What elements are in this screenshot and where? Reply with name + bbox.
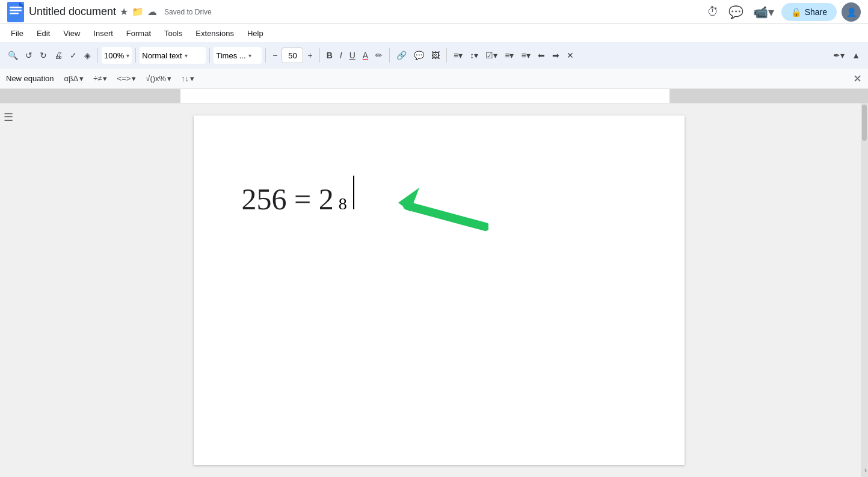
- ruler: [0, 89, 868, 103]
- text-cursor: [353, 176, 354, 209]
- text-style-select[interactable]: Normal text ▾: [140, 47, 206, 64]
- bold-button[interactable]: B: [324, 48, 336, 63]
- style-arrow-icon: ▾: [185, 52, 188, 59]
- arrows-arrow-icon: ▾: [132, 74, 136, 83]
- search-button[interactable]: 🔍: [5, 48, 21, 63]
- page-container[interactable]: 256 = 28: [17, 103, 861, 477]
- close-equation-button[interactable]: ✕: [853, 72, 862, 85]
- user-avatar[interactable]: 👤: [842, 2, 861, 22]
- star-icon[interactable]: ★: [120, 6, 128, 17]
- separator-6: [389, 48, 390, 63]
- collapse-toolbar-button[interactable]: ▲: [849, 48, 863, 63]
- menu-tools[interactable]: Tools: [158, 26, 188, 40]
- text-color-button[interactable]: A: [360, 48, 371, 63]
- clear-format-button[interactable]: ✕: [564, 48, 577, 63]
- line-spacing-button[interactable]: ↕▾: [467, 48, 481, 63]
- doc-title-area: Untitled document ★ 📁 ☁ Saved to Drive: [29, 5, 704, 18]
- ruler-left-margin: [0, 89, 180, 103]
- scrollbar[interactable]: ›: [861, 103, 868, 477]
- main-toolbar: 🔍 ↺ ↻ 🖨 ✓ ◈ 100% ▾ Normal text ▾ Times .…: [0, 42, 868, 69]
- equation-content: 256 = 28: [242, 176, 354, 217]
- svg-line-6: [407, 206, 485, 227]
- highlight-button[interactable]: ✏: [372, 48, 386, 63]
- document-outline-icon[interactable]: ☰: [4, 111, 13, 124]
- math-button[interactable]: √()x% ▾: [141, 72, 176, 85]
- indent-more-button[interactable]: ➡: [549, 48, 562, 63]
- paint-format-button[interactable]: ◈: [81, 48, 94, 63]
- menu-edit[interactable]: Edit: [31, 26, 56, 40]
- spellcheck-button[interactable]: ✓: [67, 48, 80, 63]
- document-title[interactable]: Untitled document: [29, 5, 116, 18]
- folder-icon[interactable]: 📁: [132, 6, 144, 17]
- checklist-button[interactable]: ☑▾: [482, 48, 500, 63]
- decrease-font-size-button[interactable]: −: [269, 48, 280, 63]
- eq-toolbar-label: New equation: [6, 74, 54, 83]
- share-label: Share: [805, 7, 827, 17]
- collapse-sidebar-button[interactable]: ›: [864, 466, 867, 475]
- math-label: √()x%: [146, 74, 166, 83]
- insert-link-button[interactable]: 🔗: [393, 48, 410, 63]
- menu-insert[interactable]: Insert: [87, 26, 119, 40]
- google-docs-icon: [7, 2, 24, 22]
- numbered-list-button[interactable]: ≡▾: [518, 48, 533, 63]
- separator-7: [446, 48, 447, 63]
- greek-arrow-icon: ▾: [79, 74, 84, 83]
- saved-status: Saved to Drive: [164, 8, 212, 16]
- greek-letters-button[interactable]: αβΔ ▾: [60, 72, 88, 85]
- menu-file[interactable]: File: [5, 26, 29, 40]
- font-arrow-icon: ▾: [248, 52, 251, 59]
- meet-button[interactable]: 📹▾: [751, 2, 777, 22]
- menu-help[interactable]: Help: [241, 26, 269, 40]
- svg-rect-1: [10, 7, 22, 8]
- font-size-control: − 50 +: [269, 48, 315, 63]
- cloud-icon[interactable]: ☁: [147, 6, 157, 17]
- share-button[interactable]: 🔒 Share: [781, 3, 837, 21]
- arrows-button[interactable]: <=> ▾: [112, 72, 140, 85]
- separator-3: [209, 48, 210, 63]
- menu-extensions[interactable]: Extensions: [189, 26, 240, 40]
- chat-button[interactable]: 💬: [726, 2, 746, 22]
- more-button[interactable]: ↑↓ ▾: [177, 72, 199, 85]
- title-bar: Untitled document ★ 📁 ☁ Saved to Drive ⏱…: [0, 0, 868, 24]
- text-style-label: Normal text: [142, 51, 182, 60]
- operators-button[interactable]: ÷≠ ▾: [89, 72, 111, 85]
- ops-arrow-icon: ▾: [103, 74, 107, 83]
- zoom-select[interactable]: 100% ▾: [102, 47, 132, 64]
- svg-rect-2: [10, 10, 22, 11]
- menu-bar: File Edit View Insert Format Tools Exten…: [0, 24, 868, 42]
- separator-2: [135, 48, 136, 63]
- menu-format[interactable]: Format: [120, 26, 157, 40]
- math-arrow-icon: ▾: [167, 74, 171, 83]
- more-arrow-icon: ▾: [190, 74, 194, 83]
- insert-image-button[interactable]: 🖼: [428, 48, 443, 63]
- svg-rect-3: [10, 13, 19, 14]
- print-button[interactable]: 🖨: [51, 48, 66, 63]
- menu-view[interactable]: View: [57, 26, 86, 40]
- pen-tool-button[interactable]: ✒▾: [830, 48, 848, 63]
- insert-comment-button[interactable]: 💬: [411, 48, 427, 63]
- bullet-list-button[interactable]: ≡▾: [502, 48, 517, 63]
- zoom-value: 100%: [104, 51, 124, 60]
- redo-button[interactable]: ↻: [37, 48, 50, 63]
- annotation-arrow: [350, 170, 488, 244]
- zoom-arrow-icon: ▾: [126, 52, 129, 59]
- italic-button[interactable]: I: [337, 48, 345, 63]
- undo-button[interactable]: ↺: [22, 48, 35, 63]
- document-page: 256 = 28: [194, 115, 685, 465]
- arrows-label: <=>: [117, 74, 131, 83]
- indent-less-button[interactable]: ⬅: [535, 48, 548, 63]
- left-margin: ☰: [0, 103, 17, 477]
- lock-icon: 🔒: [791, 7, 801, 17]
- ruler-center: [180, 89, 669, 103]
- increase-font-size-button[interactable]: +: [304, 48, 315, 63]
- separator-1: [97, 48, 98, 63]
- font-select[interactable]: Times ... ▾: [214, 47, 262, 64]
- more-label: ↑↓: [181, 74, 189, 83]
- underline-button[interactable]: U: [346, 48, 359, 63]
- top-right-toolbar: ⏱ 💬 📹▾ 🔒 Share 👤: [704, 2, 861, 22]
- scrollbar-thumb[interactable]: [862, 105, 867, 141]
- history-button[interactable]: ⏱: [704, 2, 721, 21]
- alignment-button[interactable]: ≡▾: [451, 48, 466, 63]
- font-size-input[interactable]: 50: [282, 48, 303, 63]
- ops-label: ÷≠: [93, 74, 102, 83]
